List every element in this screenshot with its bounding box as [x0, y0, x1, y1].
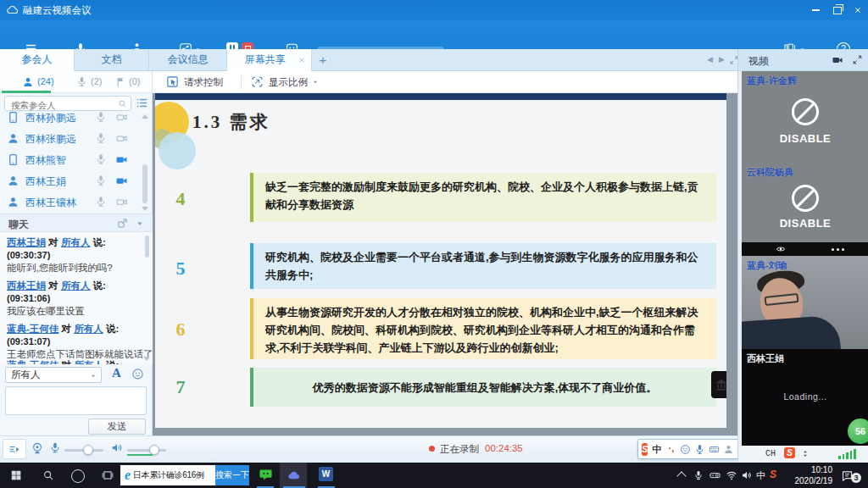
mic-volume-handle[interactable]: [83, 445, 93, 455]
search-input[interactable]: [9, 97, 120, 112]
tab-documents[interactable]: 文档: [75, 49, 149, 71]
participant-row[interactable]: 西林熊智: [0, 149, 153, 170]
tray-ime-mode[interactable]: 中: [756, 469, 765, 482]
emoji-icon[interactable]: [131, 368, 144, 380]
taskbar-search-button[interactable]: 搜索一下: [215, 465, 249, 485]
video-tile[interactable]: 蓝典-刘瑜: [742, 256, 868, 349]
emoji-icon[interactable]: [680, 444, 691, 455]
close-tab-icon[interactable]: [298, 57, 305, 64]
speaker-icon[interactable]: [110, 441, 124, 454]
tab-participants[interactable]: 参会人: [0, 49, 75, 71]
display-ratio-button[interactable]: 显示比例: [269, 76, 308, 89]
soft-keyboard-icon[interactable]: [709, 444, 720, 455]
tab-meeting-info[interactable]: 会议信息: [149, 49, 227, 71]
add-tab-button[interactable]: +: [312, 49, 334, 71]
video-settings-icon[interactable]: [832, 54, 843, 66]
mic-icon[interactable]: [95, 153, 107, 165]
updown-arrows-icon[interactable]: [801, 449, 810, 458]
mic-icon[interactable]: [49, 441, 61, 454]
word-icon[interactable]: W: [319, 467, 333, 481]
chevron-down-icon[interactable]: [312, 79, 319, 86]
tray-sogou-icon[interactable]: S: [770, 469, 776, 480]
send-button[interactable]: 发送: [88, 419, 146, 435]
network-quality-badge[interactable]: 56: [848, 419, 868, 444]
expand-video-panel-icon[interactable]: [852, 54, 863, 65]
maximize-button[interactable]: [827, 0, 848, 20]
taskbar-search-icon[interactable]: [42, 469, 54, 481]
more-options-icon[interactable]: [832, 248, 849, 251]
chat-recipient-link[interactable]: 所有人: [61, 237, 91, 247]
mic-icon[interactable]: [95, 132, 107, 144]
video-tile-controls[interactable]: [742, 242, 868, 256]
task-view-icon[interactable]: [102, 469, 114, 481]
participant-row[interactable]: 西林王镶林: [0, 191, 153, 213]
tray-mic-icon[interactable]: [693, 469, 704, 481]
hand-flag-icon[interactable]: [115, 76, 126, 87]
minimize-button[interactable]: [805, 0, 826, 20]
mic-icon[interactable]: [95, 175, 107, 186]
tray-volume-icon[interactable]: [741, 469, 753, 481]
speaker-volume-slider[interactable]: [127, 449, 166, 452]
ime-mode-indicator[interactable]: 中: [651, 444, 662, 455]
participant-row[interactable]: 西林王娟: [0, 170, 153, 191]
camera-icon[interactable]: [115, 132, 128, 145]
chat-recipient-link[interactable]: 所有人: [74, 324, 103, 334]
eye-icon[interactable]: [776, 244, 786, 254]
hands-count[interactable]: (0): [129, 76, 140, 86]
account-icon[interactable]: [723, 444, 734, 455]
scroll-down-icon[interactable]: [143, 357, 150, 361]
sogou-logo-icon[interactable]: S: [784, 447, 795, 458]
collapse-chevron-icon[interactable]: [136, 219, 144, 228]
voice-input-icon[interactable]: [694, 444, 705, 455]
participant-search-box[interactable]: [4, 96, 131, 111]
sogou-logo-icon[interactable]: S: [642, 443, 648, 456]
mic-icon[interactable]: [95, 112, 107, 123]
participant-row[interactable]: 西林张鹏远: [0, 128, 153, 149]
participant-scrollbar-thumb[interactable]: [142, 164, 147, 203]
chat-recipient-link[interactable]: 所有人: [61, 280, 91, 291]
video-tile[interactable]: 蓝典-许金辉 DISABLE: [742, 71, 868, 163]
chat-message-list[interactable]: 西林王娟 对 所有人 说: (09:30:37) 能听到,您能听到我的吗? 西林…: [0, 232, 153, 364]
chat-sender-link[interactable]: 西林王娟: [7, 280, 46, 291]
scroll-up-icon[interactable]: [142, 114, 148, 119]
wechat-icon[interactable]: [259, 468, 273, 482]
request-control-button[interactable]: 请求控制: [184, 76, 223, 89]
list-view-icon[interactable]: [136, 97, 148, 109]
popout-chat-icon[interactable]: [117, 218, 128, 229]
tab-scroll-left-icon[interactable]: ◀: [707, 55, 713, 64]
close-button[interactable]: [848, 0, 868, 20]
chat-sender-link[interactable]: 西林王娟: [7, 237, 46, 247]
camera-icon[interactable]: [115, 196, 128, 208]
chat-scrollbar-thumb[interactable]: [145, 236, 149, 258]
chat-header[interactable]: 聊天: [0, 214, 153, 232]
edge-news-search-box[interactable]: e 日本累计确诊616例: [120, 465, 215, 485]
ime-lang-indicator[interactable]: CH: [765, 449, 776, 458]
camera-on-icon[interactable]: [115, 153, 128, 166]
chat-sender-link[interactable]: 蓝典-王何佳: [7, 324, 58, 334]
people-count-icon[interactable]: [22, 76, 34, 88]
chat-recipient-select[interactable]: 所有人: [5, 367, 102, 383]
cortana-icon[interactable]: [71, 469, 85, 483]
show-hidden-icons-chevron[interactable]: [676, 471, 686, 480]
tray-wifi-icon[interactable]: [726, 469, 737, 481]
speaking-count-mic-icon[interactable]: [76, 76, 87, 87]
mic-icon[interactable]: [95, 196, 107, 208]
panel-toggle-button[interactable]: [3, 439, 26, 459]
camera-icon[interactable]: [115, 112, 128, 124]
chat-sender-link[interactable]: 蓝典-王何佳: [7, 360, 58, 364]
participant-row[interactable]: 西林孙鹏远: [0, 112, 153, 128]
cloud-meeting-app-icon[interactable]: [287, 469, 301, 482]
camera-on-icon[interactable]: [115, 175, 128, 187]
start-button-icon[interactable]: [10, 469, 22, 481]
tab-scroll-right-icon[interactable]: ▶: [719, 55, 725, 64]
people-count[interactable]: (24): [37, 76, 54, 86]
font-style-button[interactable]: A: [112, 366, 121, 380]
chat-input[interactable]: [5, 386, 147, 415]
sogou-ime-toolbar[interactable]: S 中 ·,: [637, 439, 751, 459]
speaking-count[interactable]: (2): [91, 76, 102, 86]
webcam-icon[interactable]: [31, 441, 44, 455]
scroll-down-icon[interactable]: [142, 207, 148, 211]
taskbar-clock[interactable]: 10:10 2020/2/19: [785, 464, 832, 486]
chat-recipient-link[interactable]: 所有人: [74, 360, 103, 364]
tab-screen-share[interactable]: 屏幕共享: [227, 49, 312, 71]
